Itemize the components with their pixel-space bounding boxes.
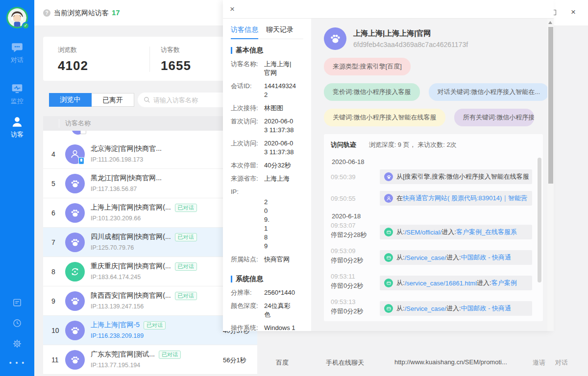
profile-texts: 上海上海|上海上海|官网 6fd9feb4c3aa4d369a8c7ac4626…	[353, 29, 468, 48]
trail-header: 访问轨迹 浏览深度: 9 页， 来访次数: 2次	[331, 141, 536, 149]
info-row: 本次停留:40分32秒	[231, 161, 303, 170]
trail-link[interactable]: 快商通官方网站( 股票代码:839014)｜智能营	[403, 194, 527, 203]
more-button[interactable]: • • •	[0, 359, 34, 367]
info-row: 会话ID:1441493242	[231, 82, 303, 99]
tab-visitor-info[interactable]: 访客信息	[231, 25, 258, 34]
trail-list: 2020-06-18 09:50:39 从[搜索引擎,搜索:微信小程序接入智能在…	[331, 155, 536, 317]
monitor-icon	[11, 82, 24, 95]
search-icon	[144, 96, 150, 103]
panel-scrollbar-thumb[interactable]	[548, 27, 553, 184]
tab-chat-history[interactable]: 聊天记录	[266, 25, 294, 34]
paw-icon	[384, 172, 393, 181]
paw-icon	[70, 296, 80, 306]
chat-action[interactable]: 对话	[555, 358, 568, 367]
trail-text: 进入:	[446, 304, 461, 313]
visitor-name: 北京海淀|官网|快商官...	[91, 144, 162, 153]
chatted-badge: 已对话	[144, 321, 166, 329]
tab-browsing[interactable]: 浏览中	[49, 93, 92, 107]
visitor-ip: IP:113.77.195.194	[91, 362, 220, 369]
tag-row: 竞价词:微信小程序接入客服 对话关键词:微信小程序接入智能在...	[324, 83, 543, 101]
trail-text: 从:	[396, 228, 405, 236]
visitor-avatar	[65, 321, 85, 340]
stats-card: 浏览数 4102 访客数 1655	[43, 37, 246, 81]
source-type-tag: 来源类型:搜索引擎[百度]	[324, 58, 411, 75]
trail-link[interactable]: 中国邮政 - 快商通	[461, 253, 512, 262]
visitor-info: 北京海淀|官网|快商官... IP:111.206.198.173	[91, 144, 220, 163]
sidebar-item-label: 监控	[0, 97, 34, 106]
invite-action[interactable]: 邀请	[533, 358, 545, 367]
paw-icon	[70, 325, 80, 336]
visitor-ip: IP:183.64.174.245	[91, 274, 220, 281]
history-button[interactable]	[0, 318, 34, 328]
trail-event: 从: /Service_case/ 进入: 中国邮政 - 快商通	[380, 301, 532, 316]
gear-icon	[12, 339, 22, 349]
visitor-info: 上海上海|官网|快商官网(... 已对话 IP:101.230.209.66	[91, 203, 220, 222]
settings-button[interactable]	[0, 339, 34, 349]
status-filter-tabs: 浏览中 已离开	[49, 93, 134, 107]
visitor-ip: IP:101.230.209.66	[91, 215, 220, 222]
visitor-name: 上海上海|官网-5	[91, 321, 140, 329]
trail-scrollbar-thumb[interactable]	[538, 158, 541, 282]
info-row: 操作系统:Windows 10	[231, 324, 303, 331]
trail-entry: 09:53:13 停留0分2秒 从: /Service_case/ 进入:	[331, 297, 536, 316]
close-window-button[interactable]: ×	[567, 7, 579, 19]
trail-link[interactable]: /Service_case/	[405, 254, 446, 261]
browser-icon	[384, 304, 393, 313]
tab-left[interactable]: 已离开	[92, 93, 134, 107]
stat-visitors: 访客数 1655	[161, 46, 191, 73]
trail-event: 从[搜索引擎,搜索:微信小程序接入智能在线客服	[380, 169, 532, 184]
paw-icon	[70, 354, 80, 365]
panel-scrollbar[interactable]	[547, 19, 554, 331]
trail-link[interactable]: /Service_case/	[405, 305, 446, 312]
stat-views-label: 浏览数	[58, 46, 88, 54]
trail-text: 在	[396, 194, 403, 203]
trail-date: 2020-06-18	[332, 158, 536, 165]
trail-stay: 停留2分28秒	[331, 230, 380, 239]
browser-icon	[384, 279, 393, 287]
row-index: 9	[51, 297, 55, 305]
visitor-avatar	[65, 350, 85, 370]
trail-time: 09:53:09	[331, 246, 380, 256]
trail-time: 09:53:07	[331, 221, 380, 230]
profile-avatar	[324, 27, 346, 50]
sidebar-item-visitors[interactable]: 访客	[0, 116, 34, 139]
visitor-profile: 上海上海|上海上海|官网 6fd9feb4c3aa4d369a8c7ac4626…	[324, 27, 543, 50]
visitor-detail-panel: × 访客信息 聊天记录 基本信息 访客名称:上海上海|官网 会话ID:14414…	[223, 0, 554, 331]
keyword-tag: 关键词:微信小程序接入智能在线客服	[324, 109, 445, 126]
visitor-name: 四川成都|官网|快商官网(...	[91, 233, 171, 241]
table-row[interactable]: 11 广东东莞|官网|测试... 已对话 IP:113.77.195.194 5…	[43, 345, 257, 375]
panel-close-button[interactable]: ×	[227, 4, 238, 15]
panel-body: 访客信息 聊天记录 基本信息 访客名称:上海上海|官网 会话ID:1441493…	[223, 19, 554, 331]
row-index: 6	[51, 209, 55, 217]
trail-link[interactable]: 中国邮政 - 快商通	[461, 304, 512, 313]
chatted-badge: 已对话	[175, 204, 197, 212]
visitor-name: 陕西西安|官网|快商官网(...	[91, 291, 171, 300]
agent-avatar[interactable]: ✓	[6, 7, 28, 28]
sidebar-item-label: 对话	[0, 56, 34, 65]
scroll-up-arrow[interactable]	[548, 21, 552, 24]
trail-event: 从: /Service_case/ 进入: 中国邮政 - 快商通	[380, 250, 532, 265]
browser-icon	[384, 228, 393, 236]
col-header-name: 访客名称	[59, 119, 91, 128]
visitor-person-icon	[11, 116, 24, 128]
notes-button[interactable]	[0, 298, 34, 307]
app-window: ✓ 对话 监控 访客	[0, 0, 588, 376]
profile-name: 上海上海|上海上海|官网	[353, 29, 468, 38]
sidebar-item-monitor[interactable]: 监控	[0, 82, 34, 106]
panel-info-column: 访客信息 聊天记录 基本信息 访客名称:上海上海|官网 会话ID:1441493…	[223, 19, 311, 331]
info-row: 来源省市:上海上海	[231, 174, 303, 183]
trail-link[interactable]: /service_case/16861.html	[405, 280, 477, 287]
panel-detail-area: 上海上海|上海上海|官网 6fd9feb4c3aa4d369a8c7ac4626…	[311, 19, 554, 331]
trail-link[interactable]: 客户案例	[491, 279, 517, 287]
trail-time: 09:53:13	[331, 297, 380, 306]
sidebar-item-chat[interactable]: 对话	[0, 41, 34, 65]
trail-link[interactable]: /SEM/official/	[405, 229, 442, 236]
help-icon[interactable]: ?	[43, 9, 50, 17]
row-page: 手机在线聊天	[326, 358, 364, 367]
row-index: 5	[51, 180, 55, 188]
mobile-device-badge	[78, 157, 84, 164]
chatted-badge: 已对话	[159, 351, 181, 359]
trail-link[interactable]: 客户案例_在线客服系	[456, 228, 517, 236]
sidebar: ✓ 对话 监控 访客	[0, 0, 34, 376]
stay-duration: 56分1秒	[223, 356, 246, 365]
